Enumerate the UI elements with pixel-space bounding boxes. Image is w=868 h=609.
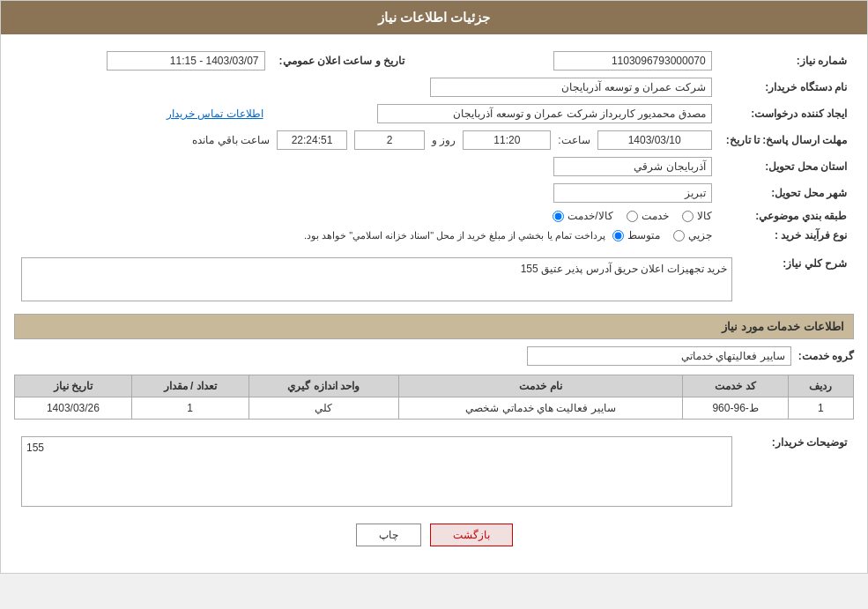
table-row: نام دستگاه خريدار: شركت عمران و توسعه آذ… [14, 74, 854, 100]
deadline-row: 1403/03/10 ساعت: 11:20 روز و 2 22:24:51 … [21, 130, 712, 150]
table-row: طبقه بندي موضوعي: كالا خدمت كالا/خدمت [14, 206, 854, 226]
buttons-row: بازگشت چاپ [14, 524, 854, 560]
buyer-notes-label: توضيحات خريدار: [739, 433, 854, 510]
category-radio-khadamat[interactable] [627, 211, 638, 222]
deadline-remaining: 22:24:51 [277, 130, 347, 150]
category-option-khadamat: خدمت [627, 210, 669, 222]
col-quantity: تعداد / مقدار [131, 375, 249, 397]
services-table: رديف كد خدمت نام خدمت واحد اندازه گيري ت… [14, 375, 854, 420]
category-radio-kala-khadamat[interactable] [553, 211, 564, 222]
table-cell: ط-96-960 [683, 397, 789, 420]
table-cell: 1 [788, 397, 853, 420]
category-label-khadamat: خدمت [642, 210, 669, 222]
table-row: مهلت ارسال پاسخ: تا تاريخ: 1403/03/10 سا… [14, 127, 854, 153]
requester-value: مصدق محمديور كاربرداز شركت عمران و توسعه… [377, 104, 712, 123]
col-unit: واحد اندازه گيري [249, 375, 398, 397]
deadline-days-label: روز و [432, 134, 456, 146]
deadline-time: 11:20 [463, 130, 551, 150]
city-cell: تبريز [14, 180, 719, 206]
category-option-kala-khadamat: كالا/خدمت [553, 210, 612, 222]
services-table-section: رديف كد خدمت نام خدمت واحد اندازه گيري ت… [14, 375, 854, 420]
table-cell: سايير فعاليت هاي خدماتي شخصي [398, 397, 683, 420]
category-cell: كالا خدمت كالا/خدمت [14, 206, 719, 226]
announce-date-label: تاريخ و ساعت اعلان عمومي: [272, 48, 422, 74]
buyer-org-value: شركت عمران و توسعه آذربايجان [430, 78, 712, 97]
requester-label: ايجاد كننده درخواست: [719, 100, 854, 127]
requester-contact-link[interactable]: اطلاعات تماس خريدار [167, 108, 263, 120]
need-number-label: شماره نياز: [719, 48, 854, 74]
deadline-cell: 1403/03/10 ساعت: 11:20 روز و 2 22:24:51 … [14, 127, 719, 153]
description-cell: خريد تجهيزات اعلان حريق آدرس پذير عتيق 1… [14, 254, 739, 305]
buyer-org-label: نام دستگاه خريدار: [719, 74, 854, 100]
table-cell: 1 [131, 397, 249, 420]
category-radio-group: كالا خدمت كالا/خدمت [553, 210, 711, 222]
table-row: شهر محل تحويل: تبريز [14, 180, 854, 206]
table-row: توضيحات خريدار: 155 [14, 433, 854, 510]
province-cell: آذربايجان شرقي [14, 153, 719, 180]
purchase-type-label: نوع فرآيند خريد : [719, 226, 854, 245]
province-value: آذربايجان شرقي [553, 157, 712, 176]
purchase-type-note: پرداخت تمام يا بخشي از مبلغ خريد از محل … [304, 230, 605, 241]
table-cell: كلي [249, 397, 398, 420]
table-row: استان محل تحويل: آذربايجان شرقي [14, 153, 854, 180]
back-button[interactable]: بازگشت [430, 524, 513, 546]
table-row: نوع فرآيند خريد : جزيي متوسط [14, 226, 854, 245]
buyer-notes-cell: 155 [14, 433, 739, 510]
purchase-type-label-motevaset: متوسط [627, 229, 660, 241]
category-label-kala-khadamat: كالا/خدمت [568, 210, 612, 222]
category-label: طبقه بندي موضوعي: [719, 206, 854, 226]
deadline-time-label: ساعت: [558, 134, 590, 146]
requester-cell: مصدق محمديور كاربرداز شركت عمران و توسعه… [272, 100, 719, 127]
purchase-type-motevaset: متوسط [612, 229, 660, 241]
need-number-cell: 1103096793000070 [422, 48, 719, 74]
page-wrapper: جزئيات اطلاعات نياز شماره نياز: 11030967… [0, 0, 868, 574]
deadline-remaining-label: ساعت باقي مانده [192, 134, 270, 146]
buyer-org-cell: شركت عمران و توسعه آذربايجان [14, 74, 719, 100]
col-date: تاريخ نياز [15, 375, 132, 397]
table-row: ايجاد كننده درخواست: مصدق محمديور كاربرد… [14, 100, 854, 127]
info-grid: شماره نياز: 1103096793000070 تاريخ و ساع… [14, 48, 854, 245]
need-number-value: 1103096793000070 [553, 51, 712, 71]
purchase-type-radio-group: جزيي متوسط [612, 229, 712, 241]
category-option-kala: كالا [682, 210, 712, 222]
description-box: خريد تجهيزات اعلان حريق آدرس پذير عتيق 1… [21, 257, 732, 301]
description-label: شرح كلي نياز: [739, 254, 854, 305]
page-header: جزئيات اطلاعات نياز [1, 1, 867, 34]
city-value: تبريز [553, 183, 712, 203]
description-grid: شرح كلي نياز: خريد تجهيزات اعلان حريق آد… [14, 254, 854, 305]
buyer-notes-grid: توضيحات خريدار: 155 [14, 433, 854, 510]
buyer-notes-box: 155 [21, 436, 732, 507]
requester-link-cell: اطلاعات تماس خريدار [14, 100, 272, 127]
col-row-num: رديف [788, 375, 853, 397]
buyer-notes-value: 155 [26, 442, 44, 454]
purchase-type-cell: جزيي متوسط پرداخت تمام يا بخشي از مبلغ خ… [14, 226, 719, 245]
table-row: شرح كلي نياز: خريد تجهيزات اعلان حريق آد… [14, 254, 854, 305]
page-title: جزئيات اطلاعات نياز [378, 10, 490, 25]
service-group-value: سايير فعاليتهاي خدماتي [527, 346, 791, 366]
deadline-label: مهلت ارسال پاسخ: تا تاريخ: [719, 127, 854, 153]
services-section-header: اطلاعات خدمات مورد نياز [14, 314, 854, 339]
purchase-type-radio-jozi[interactable] [673, 230, 685, 241]
deadline-days: 2 [354, 130, 425, 150]
city-label: شهر محل تحويل: [719, 180, 854, 206]
content-area: شماره نياز: 1103096793000070 تاريخ و ساع… [1, 34, 867, 573]
print-button[interactable]: چاپ [356, 524, 421, 546]
table-cell: 1403/03/26 [15, 397, 132, 420]
table-row: 1ط-96-960سايير فعاليت هاي خدماتي شخصيكلي… [15, 397, 854, 420]
category-radio-kala[interactable] [682, 211, 694, 222]
purchase-type-label-jozi: جزيي [688, 229, 712, 241]
service-group-row: گروه خدمت: سايير فعاليتهاي خدماتي [14, 346, 854, 366]
deadline-date: 1403/03/10 [597, 130, 712, 150]
table-row: شماره نياز: 1103096793000070 تاريخ و ساع… [14, 48, 854, 74]
purchase-type-radio-motevaset[interactable] [612, 230, 624, 241]
table-header-row: رديف كد خدمت نام خدمت واحد اندازه گيري ت… [15, 375, 854, 397]
description-value: خريد تجهيزات اعلان حريق آدرس پذير عتيق 1… [521, 263, 727, 275]
announce-date-value: 1403/03/07 - 11:15 [107, 51, 265, 71]
province-label: استان محل تحويل: [719, 153, 854, 180]
col-service-code: كد خدمت [683, 375, 789, 397]
purchase-type-row: جزيي متوسط پرداخت تمام يا بخشي از مبلغ خ… [21, 229, 712, 241]
category-label-kala: كالا [697, 210, 712, 222]
table-head: رديف كد خدمت نام خدمت واحد اندازه گيري ت… [15, 375, 854, 397]
service-group-label: گروه خدمت: [798, 350, 854, 362]
col-service-name: نام خدمت [398, 375, 683, 397]
